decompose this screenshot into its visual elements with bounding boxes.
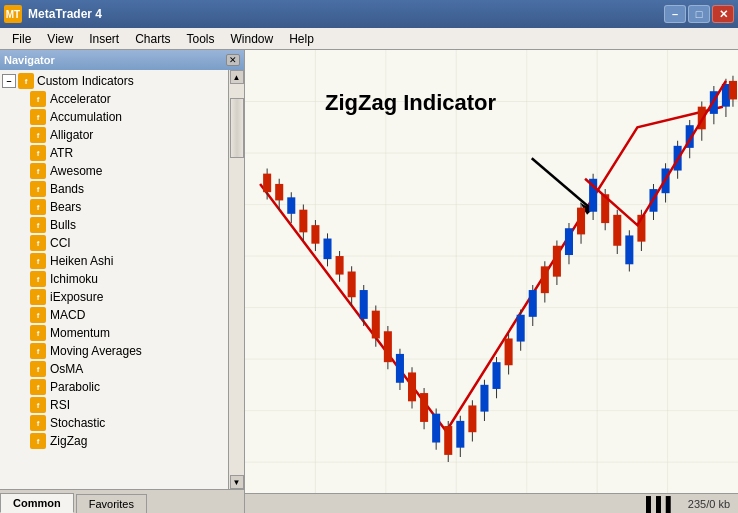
menu-window[interactable]: Window: [223, 30, 282, 48]
custom-indicators-icon: f: [18, 73, 34, 89]
svg-rect-24: [299, 210, 307, 233]
window-controls: – □ ✕: [664, 5, 734, 23]
indicator-label: Moving Averages: [50, 344, 142, 358]
menu-insert[interactable]: Insert: [81, 30, 127, 48]
indicator-icon: f: [30, 235, 46, 251]
list-item[interactable]: f Momentum: [0, 324, 228, 342]
connection-icon: ▌▌▌: [646, 496, 676, 512]
indicator-label: Stochastic: [50, 416, 105, 430]
indicator-label: Heiken Ashi: [50, 254, 113, 268]
svg-rect-68: [565, 228, 573, 255]
tab-common[interactable]: Common: [0, 493, 74, 513]
indicator-icon: f: [30, 199, 46, 215]
svg-rect-50: [456, 421, 464, 448]
list-item[interactable]: f ZigZag: [0, 432, 228, 450]
svg-rect-26: [311, 225, 319, 244]
indicator-icon: f: [30, 253, 46, 269]
indicator-icon: f: [30, 91, 46, 107]
list-item[interactable]: f ATR: [0, 144, 228, 162]
svg-rect-22: [287, 197, 295, 213]
maximize-button[interactable]: □: [688, 5, 710, 23]
navigator-content: – f Custom Indicators f Accelerator f Ac…: [0, 70, 244, 489]
svg-rect-34: [360, 290, 368, 319]
list-item[interactable]: f Heiken Ashi: [0, 252, 228, 270]
list-item[interactable]: f Stochastic: [0, 414, 228, 432]
menu-help[interactable]: Help: [281, 30, 322, 48]
list-item[interactable]: f Bulls: [0, 216, 228, 234]
indicator-icon: f: [30, 181, 46, 197]
chart-svg: +: [245, 50, 738, 493]
svg-rect-44: [420, 393, 428, 422]
scrollbar-up-button[interactable]: ▲: [230, 70, 244, 84]
indicator-label: OsMA: [50, 362, 83, 376]
list-item[interactable]: f Bears: [0, 198, 228, 216]
navigator-close-button[interactable]: ✕: [226, 54, 240, 66]
svg-rect-28: [323, 239, 331, 260]
list-item[interactable]: f MACD: [0, 306, 228, 324]
list-item[interactable]: f Accumulation: [0, 108, 228, 126]
list-item[interactable]: f iExposure: [0, 288, 228, 306]
minimize-button[interactable]: –: [664, 5, 686, 23]
menu-file[interactable]: File: [4, 30, 39, 48]
expand-icon[interactable]: –: [2, 74, 16, 88]
indicator-label: Awesome: [50, 164, 102, 178]
svg-rect-96: [729, 81, 737, 100]
indicator-icon: f: [30, 397, 46, 413]
list-item[interactable]: f Accelerator: [0, 90, 228, 108]
indicator-label: CCI: [50, 236, 71, 250]
indicator-icon: f: [30, 109, 46, 125]
indicator-icon: f: [30, 145, 46, 161]
status-bar: ▌▌▌ 235/0 kb: [245, 493, 738, 513]
indicator-label: Bulls: [50, 218, 76, 232]
indicator-label: MACD: [50, 308, 85, 322]
indicator-icon: f: [30, 289, 46, 305]
svg-rect-18: [263, 174, 271, 193]
indicator-icon: f: [30, 307, 46, 323]
scrollbar-track[interactable]: [230, 84, 244, 475]
main-layout: Navigator ✕ – f Custom Indicators f Acce…: [0, 50, 738, 513]
indicator-label: Parabolic: [50, 380, 100, 394]
tree-root-custom-indicators[interactable]: – f Custom Indicators: [0, 72, 228, 90]
menu-charts[interactable]: Charts: [127, 30, 178, 48]
list-item[interactable]: f Awesome: [0, 162, 228, 180]
indicator-icon: f: [30, 379, 46, 395]
navigator-tree: – f Custom Indicators f Accelerator f Ac…: [0, 70, 228, 489]
svg-rect-36: [372, 311, 380, 339]
list-item[interactable]: f Moving Averages: [0, 342, 228, 360]
indicator-label: Alligator: [50, 128, 93, 142]
chart-window: ZigZag Indicator: [245, 50, 738, 493]
scrollbar-down-button[interactable]: ▼: [230, 475, 244, 489]
indicator-label: Bears: [50, 200, 81, 214]
navigator-panel: Navigator ✕ – f Custom Indicators f Acce…: [0, 50, 245, 513]
title-bar-left: MT MetaTrader 4: [4, 5, 102, 23]
scrollbar-thumb[interactable]: [230, 98, 244, 158]
menu-tools[interactable]: Tools: [179, 30, 223, 48]
indicator-icon: f: [30, 163, 46, 179]
list-item[interactable]: f OsMA: [0, 360, 228, 378]
app-title: MetaTrader 4: [28, 7, 102, 21]
list-item[interactable]: f Parabolic: [0, 378, 228, 396]
indicator-label: Accumulation: [50, 110, 122, 124]
tab-favorites[interactable]: Favorites: [76, 494, 147, 513]
svg-rect-42: [408, 372, 416, 401]
indicator-icon: f: [30, 433, 46, 449]
svg-rect-70: [577, 208, 585, 235]
list-item[interactable]: f Alligator: [0, 126, 228, 144]
menu-view[interactable]: View: [39, 30, 81, 48]
list-item[interactable]: f RSI: [0, 396, 228, 414]
close-button[interactable]: ✕: [712, 5, 734, 23]
svg-rect-64: [541, 266, 549, 293]
menu-bar: File View Insert Charts Tools Window Hel…: [0, 28, 738, 50]
svg-rect-48: [444, 426, 452, 455]
svg-rect-56: [493, 362, 501, 389]
navigator-scrollbar[interactable]: ▲ ▼: [228, 70, 244, 489]
list-item[interactable]: f Ichimoku: [0, 270, 228, 288]
svg-rect-66: [553, 246, 561, 277]
indicator-icon: f: [30, 271, 46, 287]
memory-status: 235/0 kb: [688, 498, 730, 510]
list-item[interactable]: f Bands: [0, 180, 228, 198]
svg-rect-20: [275, 184, 283, 200]
svg-rect-40: [396, 354, 404, 383]
list-item[interactable]: f CCI: [0, 234, 228, 252]
svg-rect-32: [348, 272, 356, 298]
